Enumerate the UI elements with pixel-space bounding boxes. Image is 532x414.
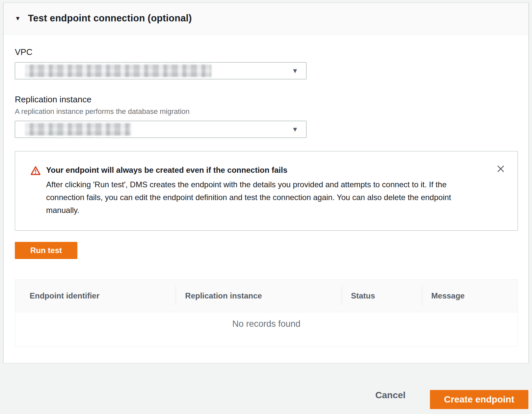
panel-title: Test endpoint connection (optional) [28,13,192,24]
run-test-button[interactable]: Run test [15,242,77,259]
warning-triangle-icon [30,166,41,177]
form-footer: Cancel Create endpoint [0,363,532,414]
warning-body: After clicking 'Run test', DMS creates t… [46,178,474,217]
warning-text-block: Your endpoint will always be created eve… [46,165,474,217]
test-endpoint-connection-panel: ▼ Test endpoint connection (optional) VP… [3,3,529,363]
chevron-down-icon: ▼ [292,67,298,74]
vpc-field-group: VPC ▼ [15,47,518,79]
replication-instance-field-group: Replication instance A replication insta… [15,94,518,138]
cancel-button[interactable]: Cancel [375,390,406,401]
chevron-down-icon: ▼ [292,126,298,133]
vpc-label: VPC [15,47,518,57]
warning-title: Your endpoint will always be created eve… [46,165,474,175]
no-records-text: No records found [232,319,300,329]
replication-instance-select[interactable]: ▼ [15,121,306,138]
column-header-endpoint-identifier: Endpoint identifier [15,280,176,312]
replication-instance-label: Replication instance [15,94,518,104]
replication-instance-redacted-value [25,123,131,136]
vpc-select[interactable]: ▼ [15,62,306,79]
column-header-status: Status [342,280,422,312]
vpc-redacted-value [25,65,211,77]
connection-results-table: Endpoint identifier Replication instance… [15,279,518,347]
panel-header[interactable]: ▼ Test endpoint connection (optional) [4,3,528,35]
warning-flashbar: Your endpoint will always be created eve… [15,151,518,231]
table-empty-state: No records found [15,312,518,346]
table-header-row: Endpoint identifier Replication instance… [15,280,518,312]
collapse-caret-icon[interactable]: ▼ [15,15,21,21]
replication-instance-description: A replication instance performs the data… [15,107,518,116]
column-header-replication-instance: Replication instance [176,280,342,312]
column-header-message: Message [422,280,518,312]
close-icon[interactable] [495,163,506,174]
panel-body: VPC ▼ Replication instance A replication… [4,35,528,363]
create-endpoint-button[interactable]: Create endpoint [430,390,528,409]
